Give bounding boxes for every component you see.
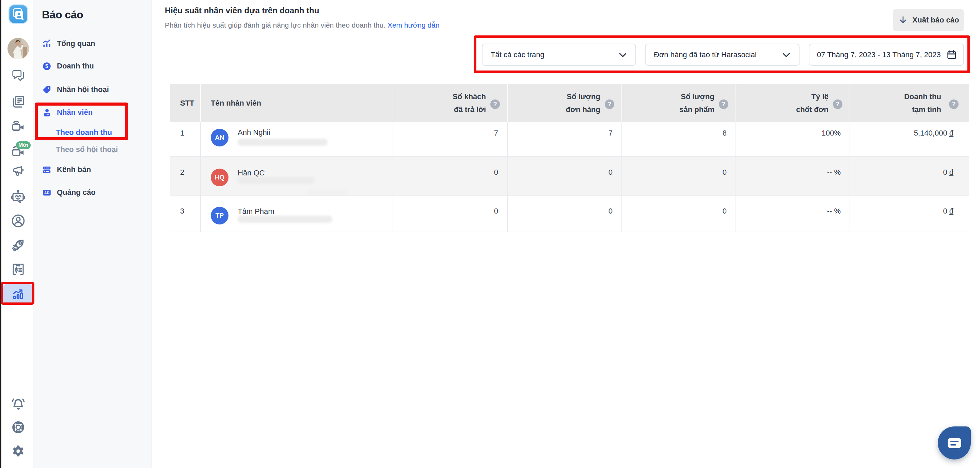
svg-text:AD: AD [44, 191, 50, 195]
svg-text:$: $ [45, 64, 48, 69]
